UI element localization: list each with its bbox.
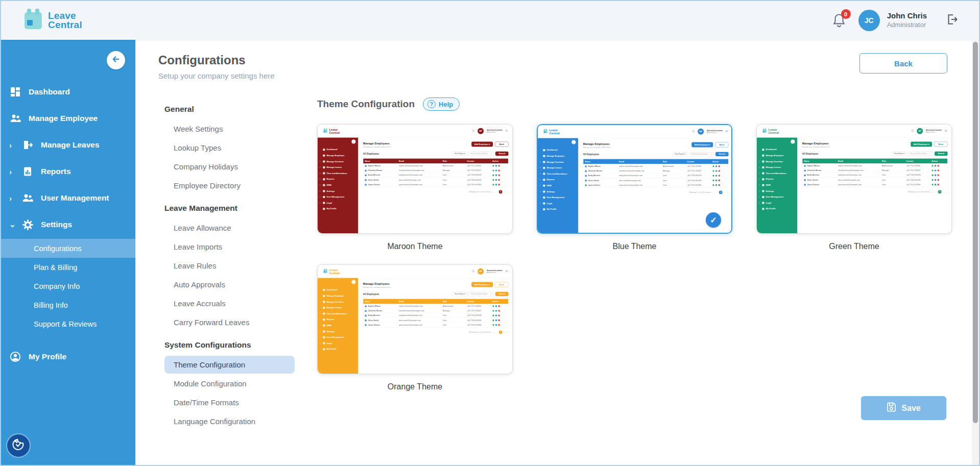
sidebar-subitem-company-info[interactable]: Company Info <box>1 277 135 296</box>
config-nav-item[interactable]: Module Configuration <box>164 375 295 393</box>
sidebar-item-label: User Management <box>41 193 109 203</box>
sidebar-item-dashboard[interactable]: Dashboard <box>1 79 135 105</box>
delete-icon <box>937 179 939 181</box>
sidebar-item-manage-leaves[interactable]: › Manage Leaves <box>1 132 135 158</box>
leave-icon <box>21 139 34 151</box>
page-subtitle: Setup your company settings here <box>158 71 275 80</box>
mini-sidebar-item: ›HRM <box>318 182 358 188</box>
mini-sidebar-item: ›Legal <box>318 200 358 206</box>
config-nav-item[interactable]: Leave Accruals <box>164 295 295 312</box>
scrollbar-thumb[interactable] <box>973 42 978 423</box>
delete-icon <box>718 165 720 167</box>
mini-sidebar-item: Dashboard <box>538 147 578 153</box>
sidebar-subitem-plan-billing[interactable]: Plan & Billing <box>1 258 135 277</box>
config-nav-item[interactable]: Week Settings <box>164 120 295 138</box>
mini-employee-table: NameEmailRoleContactAction Sophie Wilson… <box>363 158 509 187</box>
mini-sidebar-item: ›Reports <box>318 176 358 182</box>
chevron-down-icon: ⌄ <box>9 220 21 229</box>
config-nav-item[interactable]: Carry Forward Leaves <box>164 313 295 331</box>
theme-card[interactable]: LeaveCentral SP Jessica LouiseAdministra… <box>756 124 952 234</box>
edit-icon <box>935 184 936 185</box>
mini-sidebar-item: ›Time and Attendance <box>318 311 358 317</box>
mini-search-button: Search <box>495 152 508 156</box>
mini-sidebar-item: ›Legal <box>318 340 358 347</box>
config-nav-item[interactable]: Leave Imports <box>164 238 295 256</box>
config-nav-item[interactable]: Language Configuration <box>164 412 295 430</box>
sidebar-item-settings[interactable]: ⌄ Settings <box>1 211 135 238</box>
mini-table-row: Charlotte Browncharlotte.brown@example.c… <box>363 309 508 313</box>
config-nav-item[interactable]: Leave Allowance <box>164 219 295 237</box>
sidebar-item-user-management[interactable]: › User Management <box>1 185 135 211</box>
mini-bell-icon <box>692 130 695 134</box>
cookie-icon <box>11 437 26 454</box>
chevron-right-icon: › <box>9 167 21 176</box>
logout-button[interactable] <box>945 13 959 28</box>
theme-section-title: Theme Configuration <box>317 99 415 110</box>
view-icon <box>931 184 933 185</box>
config-nav-item[interactable]: Theme Configuration <box>164 356 295 374</box>
sidebar-item-my-profile[interactable]: My Profile <box>1 344 135 370</box>
mini-sidebar-item: ›Manage Leaves <box>757 164 797 170</box>
theme-preview: LeaveCentral SP Jessica LouiseAdministra… <box>538 125 732 234</box>
view-icon <box>492 184 494 185</box>
delete-icon <box>718 170 720 171</box>
profile-icon <box>9 351 21 363</box>
delete-icon <box>498 315 499 316</box>
mini-table-row: Sophie Wilsonsophie.wilson@example.comAd… <box>583 164 728 168</box>
config-nav-item[interactable]: Date/Time Formats <box>164 394 295 411</box>
sidebar-subitem-billing-info[interactable]: Billing Info <box>1 296 135 314</box>
sidebar-item-label: Dashboard <box>29 87 70 96</box>
mini-table-row: James Daviesjames.davies@example.comUser… <box>802 182 947 187</box>
back-button[interactable]: Back <box>859 53 947 73</box>
main-content: Configurations Setup your company settin… <box>135 40 979 465</box>
avatar[interactable]: JC <box>858 10 880 31</box>
config-nav: GeneralWeek SettingsLookup TypesCompany … <box>164 95 295 431</box>
mini-table-row: Oliver Smitholiver.smith@example.comUser… <box>802 178 947 182</box>
config-nav-item[interactable]: Company Holidays <box>164 158 295 176</box>
save-icon <box>887 402 896 414</box>
mini-back-button: Back <box>715 142 728 148</box>
people-icon <box>21 192 34 204</box>
theme-card[interactable]: LeaveCentral SP Jessica LouiseAdministra… <box>317 124 513 234</box>
mini-sidebar-item: ›Time and Attendance <box>757 170 797 177</box>
config-nav-item[interactable]: Leave Rules <box>164 257 295 275</box>
mini-sidebar-item: My Profile <box>538 206 578 212</box>
sidebar-subitem-support-reviews[interactable]: Support & Reviews <box>1 314 135 333</box>
mini-add-employee-button: Add Employee ▾ <box>691 142 713 148</box>
mini-search-button: Search <box>495 292 508 296</box>
mini-sidebar-item: My Profile <box>757 206 797 212</box>
mini-sidebar-item: ›Legal <box>757 200 797 206</box>
notifications-button[interactable]: 0 <box>832 13 847 28</box>
sidebar-item-manage-employee[interactable]: Manage Employee <box>1 105 135 132</box>
delete-icon <box>498 320 499 321</box>
config-nav-item[interactable]: Lookup Types <box>164 139 295 157</box>
theme-name: Maroon Theme <box>317 242 513 251</box>
mini-add-employee-button: Add Employee ▾ <box>471 282 493 287</box>
mini-table-row: Sophie Wilsonsophie.wilson@example.comAd… <box>363 304 508 308</box>
sidebar-item-reports[interactable]: › Reports <box>1 158 135 185</box>
themes-grid: LeaveCentral SP Jessica LouiseAdministra… <box>317 124 952 391</box>
help-button[interactable]: ? Help <box>423 97 460 111</box>
chevron-right-icon: › <box>9 194 21 203</box>
scrollbar[interactable] <box>972 40 979 465</box>
cookie-consent-button[interactable] <box>7 434 30 457</box>
sidebar-subitem-configurations[interactable]: Configurations <box>1 239 135 258</box>
config-nav-item[interactable]: Auto Approvals <box>164 276 295 293</box>
view-icon <box>931 165 933 166</box>
mini-sidebar-item: ›HRM <box>757 182 797 188</box>
sidebar-collapse-button[interactable] <box>107 51 125 69</box>
theme-name: Orange Theme <box>317 382 513 391</box>
mini-sidebar-item: Manage Employee <box>318 153 358 159</box>
arrow-left-icon <box>111 55 121 66</box>
mini-sidebar-item: ›Manage Leaves <box>318 164 358 170</box>
theme-card[interactable]: LeaveCentral SP Jessica LouiseAdministra… <box>317 264 513 374</box>
mini-table-row: Oliver Smitholiver.smith@example.comUser… <box>363 318 508 323</box>
config-nav-item[interactable]: Employee Directory <box>164 177 295 194</box>
save-button[interactable]: Save <box>861 396 946 420</box>
edit-icon <box>495 305 497 307</box>
view-icon <box>712 170 714 171</box>
theme-card[interactable]: LeaveCentral SP Jessica LouiseAdministra… <box>537 124 732 234</box>
mini-sidebar: ← DashboardManage Employee›Manage Overti… <box>318 138 358 234</box>
mini-filter-select: First Name ▾ <box>452 152 467 156</box>
theme-option: LeaveCentral SP Jessica LouiseAdministra… <box>317 124 513 251</box>
